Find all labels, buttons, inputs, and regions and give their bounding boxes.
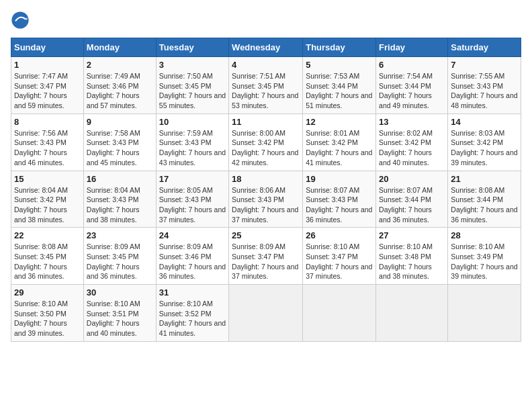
day-info: Sunrise: 7:47 AMSunset: 3:47 PMDaylight:… (14, 71, 81, 111)
calendar-cell: 31 Sunrise: 8:10 AMSunset: 3:52 PMDaylig… (156, 285, 228, 342)
day-number: 11 (232, 117, 300, 127)
day-info: Sunrise: 7:54 AMSunset: 3:44 PMDaylight:… (379, 71, 445, 111)
weekday-header-friday: Friday (376, 38, 448, 57)
day-number: 24 (159, 230, 226, 240)
week-row-1: 1 Sunrise: 7:47 AMSunset: 3:47 PMDayligh… (11, 57, 521, 114)
day-number: 8 (14, 117, 81, 127)
calendar-cell: 23 Sunrise: 8:09 AMSunset: 3:45 PMDaylig… (83, 228, 156, 285)
day-info: Sunrise: 7:53 AMSunset: 3:44 PMDaylight:… (306, 71, 373, 111)
day-info: Sunrise: 7:56 AMSunset: 3:43 PMDaylight:… (14, 128, 81, 168)
weekday-header-saturday: Saturday (448, 38, 521, 57)
day-number: 21 (451, 174, 518, 184)
calendar-cell: 2 Sunrise: 7:49 AMSunset: 3:46 PMDayligh… (83, 57, 156, 114)
week-row-3: 15 Sunrise: 8:04 AMSunset: 3:42 PMDaylig… (11, 171, 521, 228)
calendar-cell: 10 Sunrise: 7:59 AMSunset: 3:43 PMDaylig… (156, 113, 228, 171)
day-number: 5 (306, 60, 373, 70)
calendar-cell: 24 Sunrise: 8:09 AMSunset: 3:46 PMDaylig… (156, 228, 228, 285)
day-info: Sunrise: 8:06 AMSunset: 3:43 PMDaylight:… (232, 185, 300, 225)
day-info: Sunrise: 8:09 AMSunset: 3:47 PMDaylight:… (232, 242, 300, 281)
calendar-cell: 19 Sunrise: 8:07 AMSunset: 3:43 PMDaylig… (303, 171, 376, 228)
weekday-header-thursday: Thursday (303, 38, 376, 57)
weekday-header-sunday: Sunday (11, 38, 84, 57)
calendar-cell: 18 Sunrise: 8:06 AMSunset: 3:43 PMDaylig… (229, 171, 303, 228)
day-number: 6 (379, 60, 445, 70)
day-info: Sunrise: 8:07 AMSunset: 3:43 PMDaylight:… (306, 185, 373, 225)
day-number: 20 (379, 174, 445, 184)
week-row-2: 8 Sunrise: 7:56 AMSunset: 3:43 PMDayligh… (11, 113, 521, 171)
calendar-cell: 1 Sunrise: 7:47 AMSunset: 3:47 PMDayligh… (11, 57, 84, 114)
calendar-cell (376, 285, 448, 342)
weekday-header-row: SundayMondayTuesdayWednesdayThursdayFrid… (11, 38, 521, 57)
day-number: 12 (306, 117, 373, 127)
calendar-cell: 12 Sunrise: 8:01 AMSunset: 3:42 PMDaylig… (303, 113, 376, 171)
calendar-cell: 17 Sunrise: 8:05 AMSunset: 3:43 PMDaylig… (156, 171, 228, 228)
day-number: 4 (232, 60, 300, 70)
logo-icon (11, 11, 30, 30)
calendar-cell: 9 Sunrise: 7:58 AMSunset: 3:43 PMDayligh… (83, 113, 156, 171)
day-number: 30 (87, 287, 153, 298)
calendar-cell: 22 Sunrise: 8:08 AMSunset: 3:45 PMDaylig… (11, 228, 84, 285)
day-number: 2 (87, 60, 153, 70)
calendar-cell: 5 Sunrise: 7:53 AMSunset: 3:44 PMDayligh… (303, 57, 376, 114)
day-info: Sunrise: 7:55 AMSunset: 3:43 PMDaylight:… (451, 71, 518, 111)
day-info: Sunrise: 8:10 AMSunset: 3:51 PMDaylight:… (87, 299, 153, 338)
day-number: 9 (87, 117, 153, 127)
calendar-cell: 3 Sunrise: 7:50 AMSunset: 3:45 PMDayligh… (156, 57, 228, 114)
day-info: Sunrise: 8:04 AMSunset: 3:42 PMDaylight:… (14, 185, 81, 225)
day-number: 10 (159, 117, 226, 127)
svg-point-0 (11, 11, 28, 28)
day-number: 28 (451, 230, 518, 240)
day-info: Sunrise: 8:10 AMSunset: 3:52 PMDaylight:… (159, 299, 226, 338)
calendar-table: SundayMondayTuesdayWednesdayThursdayFrid… (11, 38, 521, 342)
calendar-cell: 26 Sunrise: 8:10 AMSunset: 3:47 PMDaylig… (303, 228, 376, 285)
calendar-cell: 6 Sunrise: 7:54 AMSunset: 3:44 PMDayligh… (376, 57, 448, 114)
day-info: Sunrise: 8:01 AMSunset: 3:42 PMDaylight:… (306, 128, 373, 168)
day-number: 17 (159, 174, 226, 184)
week-row-5: 29 Sunrise: 8:10 AMSunset: 3:50 PMDaylig… (11, 285, 521, 342)
calendar-cell: 30 Sunrise: 8:10 AMSunset: 3:51 PMDaylig… (83, 285, 156, 342)
day-number: 31 (159, 287, 226, 298)
day-info: Sunrise: 7:58 AMSunset: 3:43 PMDaylight:… (87, 128, 153, 168)
calendar-cell: 27 Sunrise: 8:10 AMSunset: 3:48 PMDaylig… (376, 228, 448, 285)
day-number: 26 (306, 230, 373, 240)
calendar-cell: 8 Sunrise: 7:56 AMSunset: 3:43 PMDayligh… (11, 113, 84, 171)
day-number: 15 (14, 174, 81, 184)
day-info: Sunrise: 8:10 AMSunset: 3:47 PMDaylight:… (306, 242, 373, 281)
calendar-cell (303, 285, 376, 342)
day-info: Sunrise: 8:10 AMSunset: 3:49 PMDaylight:… (451, 242, 518, 281)
day-number: 7 (451, 60, 518, 70)
calendar-cell: 14 Sunrise: 8:03 AMSunset: 3:42 PMDaylig… (448, 113, 521, 171)
calendar-cell: 16 Sunrise: 8:04 AMSunset: 3:43 PMDaylig… (83, 171, 156, 228)
day-number: 3 (159, 60, 226, 70)
day-info: Sunrise: 8:07 AMSunset: 3:44 PMDaylight:… (379, 185, 445, 225)
day-number: 13 (379, 117, 445, 127)
calendar-cell: 21 Sunrise: 8:08 AMSunset: 3:44 PMDaylig… (448, 171, 521, 228)
day-number: 27 (379, 230, 445, 240)
day-number: 14 (451, 117, 518, 127)
day-number: 19 (306, 174, 373, 184)
day-info: Sunrise: 8:00 AMSunset: 3:42 PMDaylight:… (232, 128, 300, 168)
day-info: Sunrise: 8:09 AMSunset: 3:45 PMDaylight:… (87, 242, 153, 281)
day-info: Sunrise: 8:08 AMSunset: 3:45 PMDaylight:… (14, 242, 81, 281)
calendar-cell: 25 Sunrise: 8:09 AMSunset: 3:47 PMDaylig… (229, 228, 303, 285)
day-info: Sunrise: 7:59 AMSunset: 3:43 PMDaylight:… (159, 128, 226, 168)
day-info: Sunrise: 8:10 AMSunset: 3:48 PMDaylight:… (379, 242, 445, 281)
day-number: 22 (14, 230, 81, 240)
calendar-cell (448, 285, 521, 342)
day-info: Sunrise: 8:04 AMSunset: 3:43 PMDaylight:… (87, 185, 153, 225)
logo (11, 11, 31, 30)
calendar-cell: 7 Sunrise: 7:55 AMSunset: 3:43 PMDayligh… (448, 57, 521, 114)
calendar-cell: 29 Sunrise: 8:10 AMSunset: 3:50 PMDaylig… (11, 285, 84, 342)
day-info: Sunrise: 8:03 AMSunset: 3:42 PMDaylight:… (451, 128, 518, 168)
weekday-header-tuesday: Tuesday (156, 38, 228, 57)
calendar-cell: 15 Sunrise: 8:04 AMSunset: 3:42 PMDaylig… (11, 171, 84, 228)
day-info: Sunrise: 8:10 AMSunset: 3:50 PMDaylight:… (14, 299, 81, 338)
page-header (11, 11, 521, 30)
calendar-cell: 28 Sunrise: 8:10 AMSunset: 3:49 PMDaylig… (448, 228, 521, 285)
day-number: 25 (232, 230, 300, 240)
day-info: Sunrise: 7:50 AMSunset: 3:45 PMDaylight:… (159, 71, 226, 111)
day-number: 29 (14, 287, 81, 298)
day-info: Sunrise: 7:49 AMSunset: 3:46 PMDaylight:… (87, 71, 153, 111)
calendar-cell: 4 Sunrise: 7:51 AMSunset: 3:45 PMDayligh… (229, 57, 303, 114)
day-number: 23 (87, 230, 153, 240)
